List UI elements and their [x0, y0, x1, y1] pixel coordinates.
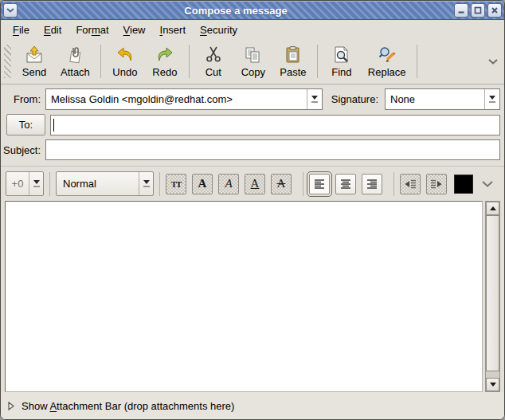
window-menu-button[interactable] [3, 3, 18, 18]
from-label: From: [1, 93, 45, 105]
paragraph-style-value: Normal [57, 172, 139, 195]
expander-triangle-icon [8, 402, 14, 410]
send-mail-icon [25, 45, 44, 65]
indent-button[interactable] [426, 174, 447, 194]
font-size-select[interactable]: +0 [6, 171, 44, 196]
from-select[interactable]: Melissa Goldin <mgoldin@redhat.com> [45, 88, 323, 110]
signature-label: Signature: [326, 93, 385, 105]
attachment-bar-label: Show Attachment Bar (drop attachments he… [22, 400, 234, 412]
to-button[interactable]: To: [6, 114, 45, 135]
attachment-bar-toggle[interactable]: Show Attachment Bar (drop attachments he… [1, 392, 504, 419]
formatbar-overflow-button[interactable] [480, 175, 495, 193]
text-caret [53, 119, 54, 131]
paragraph-style-select[interactable]: Normal [56, 171, 154, 196]
window-controls [454, 3, 502, 18]
paste-button[interactable]: Paste [273, 42, 313, 80]
dropdown-arrow-icon[interactable] [484, 89, 499, 109]
replace-button[interactable]: Replace [362, 42, 413, 80]
toolbar-separator [317, 45, 318, 78]
font-size-value: +0 [6, 172, 29, 195]
to-row: To: [1, 114, 500, 135]
message-headers: From: Melissa Goldin <mgoldin@redhat.com… [1, 84, 504, 166]
copy-documents-icon [244, 45, 263, 65]
strikethrough-toggle[interactable]: A [271, 174, 292, 194]
from-value: Melissa Goldin <mgoldin@redhat.com> [46, 89, 307, 109]
indent-icon [429, 177, 444, 191]
format-toolbar: +0 Normal TT A A A A [1, 166, 504, 201]
menu-security[interactable]: Security [193, 22, 245, 38]
maximize-button[interactable] [471, 3, 485, 18]
menu-view[interactable]: View [116, 22, 153, 38]
editor-area [1, 201, 504, 392]
maximize-icon [474, 6, 482, 14]
signature-value: None [386, 89, 484, 109]
align-left-button[interactable] [309, 174, 330, 194]
menu-insert[interactable]: Insert [153, 22, 194, 38]
menubar: File Edit Format View Insert Security [1, 20, 504, 40]
unindent-button[interactable] [400, 174, 421, 194]
minimize-icon [457, 6, 465, 14]
formatbar-separator [393, 172, 394, 196]
attach-button[interactable]: Attach [54, 42, 96, 80]
subject-label: Subject: [1, 144, 45, 156]
cut-scissors-icon [204, 45, 223, 65]
align-center-icon [339, 177, 353, 191]
scrollbar-thumb[interactable] [486, 215, 499, 371]
chevron-down-icon [482, 181, 493, 187]
menu-edit[interactable]: Edit [37, 22, 69, 38]
toolbar-separator [189, 45, 190, 78]
dropdown-arrow-icon[interactable] [29, 172, 43, 195]
editor-scrollbar[interactable] [485, 201, 500, 392]
undo-button[interactable]: Undo [105, 42, 145, 80]
signature-select[interactable]: None [385, 88, 500, 110]
toolbar-separator [100, 45, 101, 78]
close-icon [491, 6, 499, 14]
align-left-icon [312, 177, 327, 191]
scroll-down-button[interactable] [486, 378, 499, 391]
toolbar-grip[interactable] [4, 45, 11, 78]
menu-file[interactable]: File [6, 22, 37, 38]
titlebar[interactable]: Compose a message [1, 1, 504, 20]
to-input[interactable] [50, 115, 500, 135]
arrow-down-icon [490, 383, 496, 387]
underline-toggle[interactable]: A [245, 174, 265, 194]
subject-input[interactable] [45, 139, 500, 160]
toolbar-separator [417, 45, 417, 78]
minimize-button[interactable] [454, 3, 468, 18]
compose-window: Compose a message File Edit Format View … [0, 0, 505, 420]
attach-paperclip-icon [65, 45, 84, 65]
subject-row: Subject: [1, 139, 500, 160]
align-right-button[interactable] [362, 174, 382, 194]
unindent-icon [403, 177, 417, 191]
align-right-icon [365, 177, 379, 191]
arrow-up-icon [490, 206, 496, 210]
dropdown-arrow-icon[interactable] [307, 89, 322, 109]
chevron-down-icon [6, 8, 14, 13]
redo-button[interactable]: Redo [145, 42, 185, 80]
formatbar-separator [49, 172, 50, 196]
font-color-swatch[interactable] [454, 175, 473, 194]
main-toolbar: Send Attach Undo Redo [1, 40, 504, 84]
menu-format[interactable]: Format [69, 22, 115, 38]
copy-button[interactable]: Copy [233, 42, 273, 80]
undo-arrow-icon [115, 45, 135, 65]
typewriter-toggle[interactable]: TT [166, 174, 186, 194]
send-button[interactable]: Send [14, 42, 54, 80]
chevron-down-icon [488, 59, 498, 65]
italic-toggle[interactable]: A [218, 174, 239, 194]
cut-button[interactable]: Cut [194, 42, 233, 80]
find-button[interactable]: Find [322, 42, 362, 80]
formatbar-separator [159, 172, 160, 196]
bold-toggle[interactable]: A [192, 174, 213, 194]
scroll-up-button[interactable] [486, 202, 499, 215]
message-body[interactable] [5, 201, 483, 392]
from-row: From: Melissa Goldin <mgoldin@redhat.com… [1, 88, 500, 110]
close-button[interactable] [487, 3, 502, 18]
replace-magnifier-pencil-icon [378, 45, 397, 65]
paste-clipboard-icon [284, 45, 303, 65]
redo-arrow-icon [155, 45, 174, 65]
dropdown-arrow-icon[interactable] [139, 172, 153, 195]
align-center-button[interactable] [335, 174, 356, 194]
formatbar-separator [303, 172, 303, 196]
toolbar-overflow-button[interactable] [485, 53, 501, 70]
